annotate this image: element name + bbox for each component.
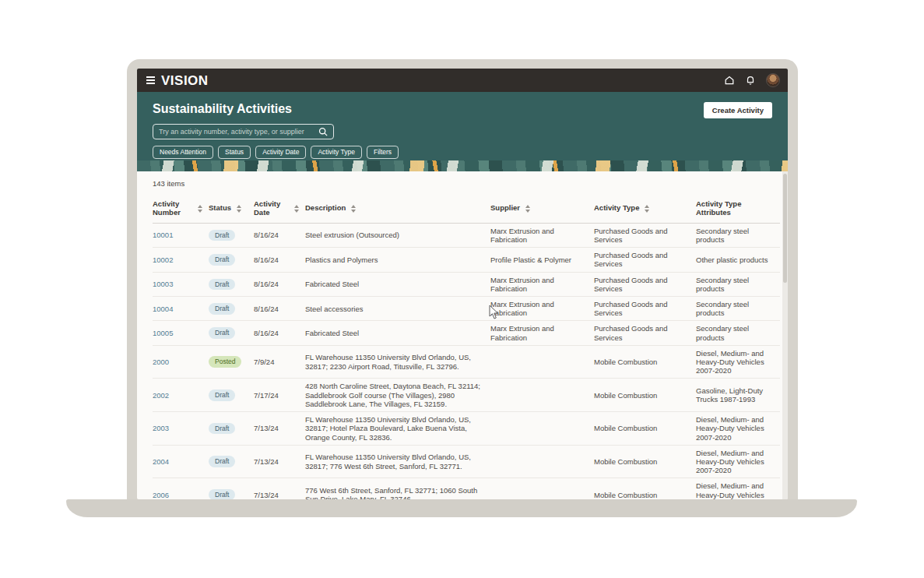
activity-number-link[interactable]: 10002 (153, 256, 173, 264)
column-header[interactable]: Activity Date (254, 195, 305, 223)
scrollbar-thumb[interactable] (783, 174, 787, 283)
filter-chip[interactable]: Needs Attention (153, 146, 213, 159)
filter-chip-row: Needs AttentionStatusActivity DateActivi… (153, 146, 772, 159)
status-badge: Draft (209, 279, 235, 291)
activity-number-link[interactable]: 2004 (153, 457, 169, 466)
create-activity-button[interactable]: Create Activity (704, 102, 772, 118)
vertical-scrollbar[interactable] (782, 171, 788, 499)
column-header-label: Activity Type (594, 204, 639, 213)
activity-date-cell: 7/9/24 (254, 345, 305, 379)
status-cell: Posted (209, 345, 254, 379)
description-cell: 776 West 6th Street, Sanford, FL 32771; … (305, 478, 490, 499)
sort-icon[interactable] (525, 205, 530, 213)
notifications-bell-icon[interactable] (745, 75, 756, 86)
activity-type-attributes-cell: Diesel, Medium- and Heavy-Duty Vehicles … (696, 478, 780, 499)
activity-number-cell: 10003 (153, 272, 209, 296)
table-row[interactable]: 2000Posted7/9/24FL Warehouse 11350 Unive… (153, 345, 780, 379)
filter-chip[interactable]: Activity Type (311, 146, 362, 159)
description-cell: Steel accessories (305, 297, 490, 321)
user-avatar[interactable] (766, 73, 780, 87)
sort-icon[interactable] (198, 205, 202, 213)
description-cell: FL Warehouse 11350 University Blvd Orlan… (305, 412, 490, 446)
column-header[interactable]: Supplier (490, 195, 594, 223)
activity-number-link[interactable]: 10004 (153, 305, 173, 313)
status-badge: Draft (209, 254, 235, 266)
sort-icon[interactable] (645, 205, 649, 213)
home-icon[interactable] (724, 75, 735, 86)
search-input[interactable] (159, 128, 318, 136)
status-cell: Draft (209, 223, 254, 247)
page-background: VISION Create Activity Sustainability Ac… (0, 0, 924, 578)
status-cell: Draft (209, 248, 254, 272)
status-badge: Posted (209, 356, 241, 368)
activity-type-attributes-cell: Secondary steel products (696, 321, 780, 345)
activity-type-attributes-cell: Gasoline, Light-Duty Trucks 1987-1993 (696, 379, 780, 412)
column-header[interactable]: Description (305, 195, 490, 223)
activity-number-cell: 2006 (153, 478, 209, 499)
column-header-label: Activity Date (254, 200, 289, 217)
sort-icon[interactable] (351, 205, 356, 213)
table-row[interactable]: 10001Draft8/16/24Steel extrusion (Outsou… (153, 223, 780, 247)
activity-type-attributes-cell: Secondary steel products (696, 223, 780, 247)
status-badge: Draft (209, 303, 235, 315)
column-header-label: Supplier (490, 204, 520, 213)
table-row[interactable]: 2003Draft7/13/24FL Warehouse 11350 Unive… (153, 412, 780, 446)
supplier-cell: Marx Extrusion and Fabrication (490, 223, 594, 247)
activity-date-cell: 8/16/24 (254, 297, 305, 321)
activities-table: Activity NumberStatusActivity DateDescri… (153, 195, 780, 499)
table-row[interactable]: 10005Draft8/16/24Fabricated SteelMarx Ex… (153, 321, 780, 345)
column-header[interactable]: Status (209, 195, 254, 223)
activity-type-attributes-cell: Other plastic products (696, 248, 780, 272)
filter-chip[interactable]: Activity Date (255, 146, 306, 159)
supplier-cell: Marx Extrusion and Fabrication (490, 272, 594, 296)
activity-date-cell: 8/16/24 (254, 321, 305, 345)
search-box[interactable] (153, 124, 334, 139)
status-cell: Draft (209, 412, 254, 446)
sort-icon[interactable] (294, 205, 299, 213)
column-header: Activity Type Attributes (696, 195, 780, 223)
activity-date-cell: 7/13/24 (254, 445, 305, 478)
table-row[interactable]: 10002Draft8/16/24Plastics and PolymersPr… (153, 248, 780, 272)
status-badge: Draft (209, 230, 235, 241)
activity-number-link[interactable]: 2000 (153, 358, 169, 366)
column-header-label: Activity Number (153, 200, 192, 217)
activity-number-cell: 2003 (153, 412, 209, 446)
activity-number-cell: 2000 (153, 345, 209, 379)
filter-chip[interactable]: Filters (367, 146, 399, 159)
table-row[interactable]: 10004Draft8/16/24Steel accessoriesMarx E… (153, 297, 780, 321)
table-row[interactable]: 2006Draft7/13/24776 West 6th Street, San… (153, 478, 780, 499)
column-header[interactable]: Activity Type (594, 195, 696, 223)
activity-number-link[interactable]: 2002 (153, 391, 169, 400)
activity-date-cell: 7/17/24 (254, 379, 305, 412)
supplier-cell: Marx Extrusion and Fabrication (490, 297, 594, 321)
table-row[interactable]: 2004Draft7/13/24FL Warehouse 11350 Unive… (153, 445, 780, 478)
hamburger-menu-icon[interactable] (146, 76, 155, 84)
search-icon[interactable] (318, 127, 328, 136)
activity-number-link[interactable]: 10001 (153, 231, 173, 239)
status-badge: Draft (209, 489, 235, 499)
description-cell: Fabricated Steel (305, 321, 490, 345)
sort-icon[interactable] (237, 205, 241, 213)
activity-number-link[interactable]: 2006 (153, 491, 169, 499)
status-badge: Draft (209, 423, 235, 435)
page-title: Sustainability Activities (153, 102, 772, 116)
status-cell: Draft (209, 478, 254, 499)
table-row[interactable]: 10003Draft8/16/24Fabricated SteelMarx Ex… (153, 272, 780, 296)
activity-date-cell: 7/13/24 (254, 478, 305, 499)
table-row[interactable]: 2002Draft7/17/24428 North Caroline Stree… (153, 379, 780, 412)
column-header[interactable]: Activity Number (153, 195, 209, 223)
activity-date-cell: 7/13/24 (254, 412, 305, 446)
filter-chip[interactable]: Status (218, 146, 251, 159)
vision-logo: VISION (161, 74, 209, 87)
column-header-label: Description (305, 204, 346, 213)
activity-type-cell: Purchased Goods and Services (594, 272, 696, 296)
activity-number-link[interactable]: 2003 (153, 424, 169, 432)
status-badge: Draft (209, 389, 235, 401)
description-cell: Fabricated Steel (305, 272, 490, 296)
activity-type-cell: Mobile Combustion (594, 445, 696, 478)
description-cell: FL Warehouse 11350 University Blvd Orlan… (305, 345, 490, 379)
supplier-cell (490, 412, 594, 446)
activity-number-cell: 2004 (153, 445, 209, 478)
activity-number-link[interactable]: 10003 (153, 280, 173, 288)
activity-number-link[interactable]: 10005 (153, 329, 173, 337)
